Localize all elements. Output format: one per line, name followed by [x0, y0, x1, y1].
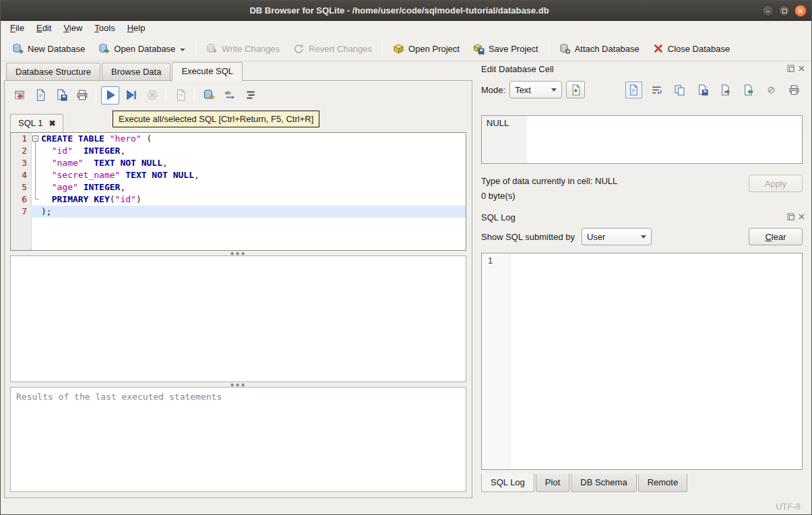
execute-all-button[interactable] — [101, 86, 119, 104]
tab-db-schema[interactable]: DB Schema — [571, 474, 636, 492]
import-data-icon — [570, 84, 582, 96]
maximize-button[interactable] — [778, 5, 790, 17]
menu-tools[interactable]: Tools — [88, 21, 121, 36]
save-results-view-button[interactable] — [199, 86, 218, 104]
fold-margin — [31, 193, 41, 206]
open-project-button[interactable]: Open Project — [386, 40, 466, 58]
open-database-dropdown-icon[interactable] — [180, 49, 185, 51]
grid-message-splitter[interactable]: ●●● — [5, 382, 472, 387]
menu-file[interactable]: File — [4, 21, 30, 36]
cell-editor[interactable]: NULL — [481, 115, 803, 164]
open-database-button[interactable]: Open Database — [92, 40, 192, 58]
attach-database-button[interactable]: Attach Database — [553, 40, 646, 58]
new-database-label: New Database — [28, 44, 85, 54]
stop-icon — [146, 89, 158, 101]
code-line[interactable]: 6 PRIMARY KEY("id") — [11, 193, 466, 206]
editcell-close-button[interactable] — [797, 64, 806, 73]
log-filter-select[interactable]: User — [582, 228, 652, 245]
save-cell-button[interactable] — [694, 82, 711, 98]
open-database-icon — [98, 43, 110, 55]
execute-sql-pane: ab Execute all/selected SQL [Ctrl+Return… — [4, 80, 472, 498]
sql-tab[interactable]: SQL 1 ✖ — [10, 114, 63, 132]
print-cell-button[interactable] — [786, 82, 803, 98]
menu-edit[interactable]: Edit — [30, 21, 57, 36]
fold-marker-icon[interactable]: - — [31, 133, 41, 145]
left-panel: Database Structure Browse Data Execute S… — [4, 61, 472, 499]
tab-database-structure[interactable]: Database Structure — [6, 63, 100, 80]
close-tab-icon[interactable]: ✖ — [49, 120, 55, 127]
code-line[interactable]: 5 "age" INTEGER, — [11, 181, 466, 193]
database-export-icon — [203, 89, 215, 101]
new-tab-button[interactable] — [10, 86, 28, 104]
export-results-button[interactable] — [171, 86, 189, 104]
maximize-icon — [782, 9, 787, 13]
mode-label: Mode: — [481, 85, 505, 95]
save-sql-file-button[interactable] — [52, 86, 70, 104]
code-line[interactable]: 3 "name" TEXT NOT NULL, — [11, 157, 466, 169]
write-changes-button[interactable]: Write Changes — [199, 40, 286, 58]
code-line[interactable]: 7); — [11, 206, 466, 218]
export-cell-button[interactable] — [717, 82, 734, 98]
import-cell-button[interactable] — [740, 82, 757, 98]
close-database-label: Close Database — [668, 44, 730, 54]
sql-log-view[interactable]: 1 — [481, 253, 803, 470]
code-line[interactable]: 4 "secret_name" TEXT NOT NULL, — [11, 169, 466, 181]
results-placeholder: Results of the last executed statements — [16, 392, 222, 402]
right-panel: Edit Database Cell Mode: Text — [476, 61, 809, 499]
cell-icon-group — [625, 82, 803, 98]
word-wrap-button[interactable] — [648, 82, 665, 98]
attach-database-label: Attach Database — [575, 44, 639, 54]
find-replace-icon: ab — [224, 89, 236, 101]
editcell-float-button[interactable] — [786, 64, 795, 73]
toolbar-separator — [166, 88, 166, 102]
copy-icon — [674, 84, 685, 96]
results-grid[interactable] — [10, 255, 466, 382]
window-controls: – ✕ — [762, 5, 807, 17]
tab-plot[interactable]: Plot — [536, 474, 569, 492]
sqllog-float-button[interactable] — [786, 212, 795, 221]
print-sql-button[interactable] — [73, 86, 91, 104]
close-database-button[interactable]: Close Database — [646, 40, 737, 57]
sql-editor-lines: 1-CREATE TABLE "hero" (2 "id" INTEGER,3 … — [11, 133, 466, 218]
menubar: File Edit View Tools Help — [1, 21, 811, 36]
find-replace-button[interactable]: ab — [220, 86, 239, 104]
log-line-number: 1 — [488, 255, 493, 266]
minimize-button[interactable]: – — [762, 5, 774, 17]
clear-log-button[interactable]: Clear — [749, 228, 803, 245]
tab-sql-log[interactable]: SQL Log — [481, 474, 534, 492]
word-wrap-icon — [651, 84, 662, 96]
set-null-button[interactable] — [763, 82, 780, 98]
stop-button[interactable] — [143, 86, 161, 104]
menu-view[interactable]: View — [57, 21, 88, 36]
format-sql-button[interactable] — [241, 86, 259, 104]
tab-remote[interactable]: Remote — [638, 474, 688, 492]
execute-current-line-button[interactable] — [122, 86, 140, 104]
copy-cell-button[interactable] — [671, 82, 688, 98]
new-database-icon — [12, 43, 24, 55]
tab-execute-sql[interactable]: Execute SQL — [172, 62, 243, 81]
import-cell-data-button[interactable] — [566, 81, 585, 98]
fold-margin — [31, 157, 41, 169]
printer-icon — [788, 84, 800, 96]
results-message-panel[interactable]: Results of the last executed statements — [10, 387, 466, 492]
menu-help[interactable]: Help — [121, 21, 152, 36]
clear-label: Clear — [765, 232, 786, 242]
sqllog-close-button[interactable] — [797, 212, 806, 221]
editor-results-splitter[interactable]: ●●● — [5, 251, 472, 255]
cell-value: NULL — [487, 118, 509, 128]
mode-select[interactable]: Text — [509, 81, 562, 98]
code-line[interactable]: 1-CREATE TABLE "hero" ( — [11, 133, 466, 145]
revert-changes-button[interactable]: Revert Changes — [286, 40, 379, 58]
text-mode-button[interactable] — [625, 82, 642, 98]
apply-button[interactable]: Apply — [749, 175, 803, 192]
tab-browse-data[interactable]: Browse Data — [102, 63, 170, 80]
new-database-button[interactable]: New Database — [5, 40, 92, 58]
open-sql-file-button[interactable] — [31, 86, 49, 104]
close-button[interactable]: ✕ — [794, 5, 807, 17]
edit-cell-title: Edit Database Cell — [481, 64, 554, 74]
export-doc-icon — [175, 89, 187, 101]
code-line[interactable]: 2 "id" INTEGER, — [11, 145, 466, 157]
play-icon — [104, 89, 117, 101]
save-project-button[interactable]: Save Project — [466, 40, 545, 58]
sql-editor[interactable]: 1-CREATE TABLE "hero" (2 "id" INTEGER,3 … — [10, 132, 466, 251]
